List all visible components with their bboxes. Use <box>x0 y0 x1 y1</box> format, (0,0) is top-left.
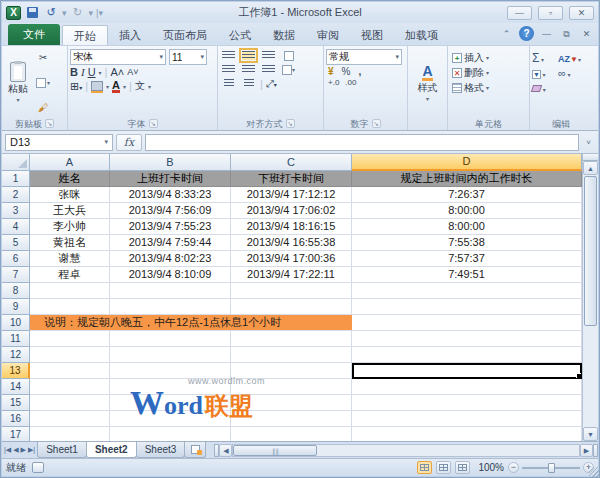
cell-D8[interactable] <box>352 283 582 299</box>
expand-formula-bar-icon[interactable]: ˅ <box>582 138 595 147</box>
cell-B3[interactable]: 2013/9/4 7:56:09 <box>110 203 231 219</box>
tab-review[interactable]: 审阅 <box>306 25 350 45</box>
close-button[interactable]: ✕ <box>569 6 594 20</box>
cell-D12[interactable] <box>352 347 582 363</box>
workbook-close-icon[interactable]: ✕ <box>579 27 594 41</box>
cell-C17[interactable] <box>231 427 352 441</box>
cell-C3[interactable]: 2013/9/4 17:06:02 <box>231 203 352 219</box>
number-dialog-launcher-icon[interactable]: ↘ <box>372 119 381 128</box>
cell-C7[interactable]: 2013/9/4 17:22:11 <box>231 267 352 283</box>
vertical-scrollbar[interactable]: ▲ ▼ <box>582 154 598 441</box>
restore-button[interactable]: ▫ <box>538 6 563 20</box>
font-name-combo[interactable]: 宋体▾ <box>70 49 166 65</box>
formula-input[interactable] <box>145 134 579 151</box>
file-tab[interactable]: 文件 <box>8 24 60 45</box>
clear-button[interactable]: ▾ <box>532 82 558 94</box>
resize-grip[interactable] <box>589 467 599 477</box>
cell-B9[interactable] <box>110 299 231 315</box>
cell-A11[interactable] <box>30 331 110 347</box>
cell-C9[interactable] <box>231 299 352 315</box>
row-header-13[interactable]: 13 <box>2 363 30 379</box>
orientation-icon[interactable]: ⤢▾ <box>266 78 277 90</box>
tab-data[interactable]: 数据 <box>262 25 306 45</box>
wrap-text-icon[interactable] <box>280 49 297 62</box>
shrink-font-button[interactable]: A˅ <box>127 67 138 77</box>
row-header-12[interactable]: 12 <box>2 347 30 363</box>
page-break-view-button[interactable] <box>455 461 470 474</box>
row-header-8[interactable]: 8 <box>2 283 30 299</box>
prev-sheet-icon[interactable]: ◀ <box>13 446 18 454</box>
merge-center-icon[interactable]: ▾ <box>280 63 297 76</box>
normal-view-button[interactable] <box>417 461 432 474</box>
tab-formulas[interactable]: 公式 <box>218 25 262 45</box>
cell-D6[interactable]: 7:57:37 <box>352 251 582 267</box>
workbook-restore-icon[interactable]: ⧉ <box>559 27 574 41</box>
row-header-2[interactable]: 2 <box>2 187 30 203</box>
cell-D17[interactable] <box>352 427 582 441</box>
increase-indent-icon[interactable] <box>240 77 257 90</box>
format-cells-button[interactable]: 格式▾ <box>452 80 527 95</box>
underline-dropdown-icon[interactable]: ▾ <box>99 69 102 76</box>
cell-A8[interactable] <box>30 283 110 299</box>
tab-page-layout[interactable]: 页面布局 <box>152 25 218 45</box>
sheet-tab-sheet3[interactable]: Sheet3 <box>136 442 186 458</box>
align-right-icon[interactable] <box>260 63 277 76</box>
cell-A14[interactable] <box>30 379 110 395</box>
delete-cells-button[interactable]: ✕ 删除▾ <box>452 65 527 80</box>
font-size-combo[interactable]: 11▾ <box>169 49 207 65</box>
macro-record-icon[interactable] <box>32 462 44 473</box>
cell-A12[interactable] <box>30 347 110 363</box>
align-middle-icon[interactable] <box>240 49 257 62</box>
cell-A16[interactable] <box>30 411 110 427</box>
cell-D1[interactable]: 规定上班时间内的工作时长 <box>352 171 582 187</box>
row-header-17[interactable]: 17 <box>2 427 30 441</box>
row-header-10[interactable]: 10 <box>2 315 30 331</box>
italic-button[interactable]: I <box>81 66 85 78</box>
scroll-left-icon[interactable]: ◀ <box>219 444 232 457</box>
align-bottom-icon[interactable] <box>260 49 277 62</box>
cell-D7[interactable]: 7:49:51 <box>352 267 582 283</box>
fill-button[interactable]: ▼ ▾ <box>532 67 558 79</box>
cell-B5[interactable]: 2013/9/4 7:59:44 <box>110 235 231 251</box>
collapse-ribbon-icon[interactable]: ⌃ <box>499 27 514 41</box>
cell-A7[interactable]: 程卓 <box>30 267 110 283</box>
autosum-button[interactable]: Σ ▾ <box>532 51 558 65</box>
row-header-7[interactable]: 7 <box>2 267 30 283</box>
align-left-icon[interactable] <box>220 63 237 76</box>
cell-A13[interactable] <box>30 363 110 379</box>
alignment-dialog-launcher-icon[interactable]: ↘ <box>286 119 295 128</box>
scroll-down-icon[interactable]: ▼ <box>583 427 598 441</box>
zoom-track[interactable] <box>522 467 580 469</box>
decrease-indent-icon[interactable] <box>220 77 237 90</box>
cell-B8[interactable] <box>110 283 231 299</box>
paste-button[interactable]: 粘贴 ▾ <box>4 48 32 117</box>
cell-B17[interactable] <box>110 427 231 441</box>
cell-B6[interactable]: 2013/9/4 8:02:23 <box>110 251 231 267</box>
insert-worksheet-button[interactable] <box>184 442 206 458</box>
zoom-level[interactable]: 100% <box>474 462 504 473</box>
find-select-button[interactable]: ∞ ▾ <box>558 67 584 79</box>
column-header-B[interactable]: B <box>110 154 231 171</box>
cell-A10-note[interactable]: 说明：规定朝八晚五，中午12点-1点休息1个小时 <box>30 315 352 331</box>
workbook-minimize-icon[interactable]: — <box>539 27 554 41</box>
cell-D5[interactable]: 7:55:38 <box>352 235 582 251</box>
cell-D2[interactable]: 7:26:37 <box>352 187 582 203</box>
minimize-button[interactable]: — <box>507 6 532 20</box>
cell-A2[interactable]: 张咪 <box>30 187 110 203</box>
cell-A1[interactable]: 姓名 <box>30 171 110 187</box>
column-header-A[interactable]: A <box>30 154 110 171</box>
fill-color-icon[interactable] <box>91 81 103 91</box>
cell-D10[interactable] <box>352 315 582 331</box>
first-sheet-icon[interactable]: |◀ <box>4 446 11 454</box>
row-header-16[interactable]: 16 <box>2 411 30 427</box>
cell-C8[interactable] <box>231 283 352 299</box>
cell-C1[interactable]: 下班打卡时间 <box>231 171 352 187</box>
cell-D14[interactable] <box>352 379 582 395</box>
zoom-out-icon[interactable]: − <box>508 462 519 473</box>
cell-D9[interactable] <box>352 299 582 315</box>
cut-button[interactable]: ✂ <box>32 50 54 65</box>
insert-function-button[interactable]: fx <box>116 134 142 151</box>
number-format-combo[interactable]: 常规▾ <box>326 49 402 65</box>
cell-D13[interactable] <box>352 363 582 379</box>
row-header-1[interactable]: 1 <box>2 171 30 187</box>
